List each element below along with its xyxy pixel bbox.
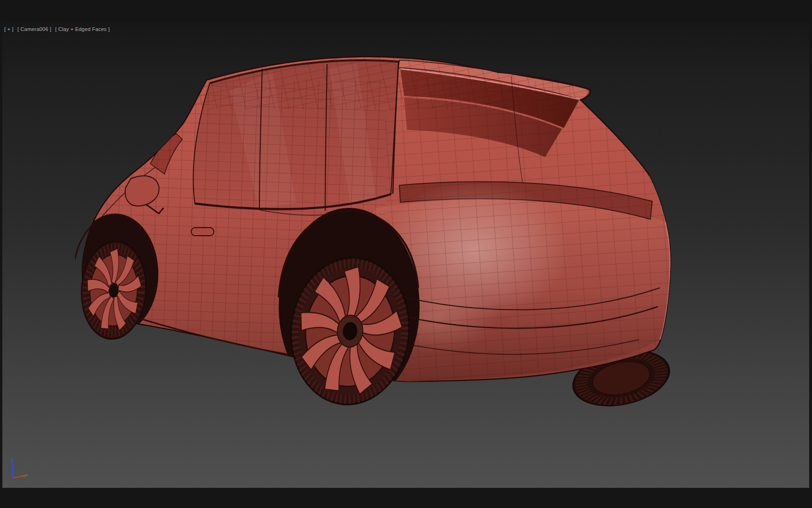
axis-x-line	[13, 476, 22, 478]
car-model-canvas[interactable]	[75, 53, 677, 410]
viewport-shading-menu[interactable]: [ Clay + Edged Faces ]	[55, 26, 110, 32]
viewport-pov-menu[interactable]: [ Camera006 ]	[17, 26, 51, 32]
axis-x-label: x	[23, 473, 26, 478]
viewport[interactable]: [ + ] [ Camera006 ] [ Clay + Edged Faces…	[2, 23, 809, 488]
viewport-general-menu[interactable]: [ + ]	[4, 26, 14, 32]
viewport-label: [ + ] [ Camera006 ] [ Clay + Edged Faces…	[4, 26, 112, 32]
door-handle	[191, 228, 214, 236]
axis-gizmo: Z x	[6, 458, 32, 481]
axis-z-label: Z	[11, 458, 14, 463]
